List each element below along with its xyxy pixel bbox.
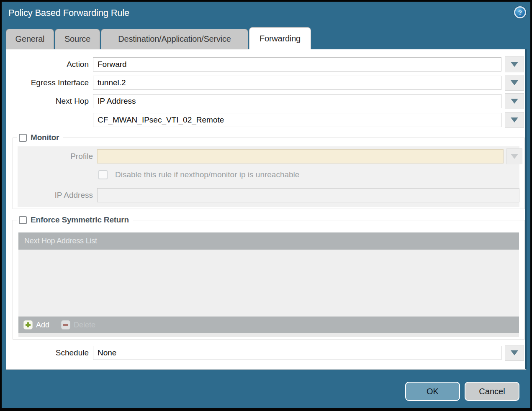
plus-icon: [23, 320, 33, 329]
monitor-ip-address-input: [97, 188, 519, 202]
monitor-legend: Monitor: [17, 132, 63, 143]
help-icon[interactable]: ?: [514, 6, 526, 18]
minus-icon: [61, 320, 70, 329]
tab-general-label: General: [15, 34, 45, 44]
egress-interface-input[interactable]: [93, 76, 501, 90]
action-dropdown-button[interactable]: [505, 56, 524, 72]
tab-forwarding-label: Forwarding: [260, 34, 301, 43]
next-hop-address-list-header: Next Hop Address List: [18, 232, 519, 250]
tab-destination-label: Destination/Application/Service: [118, 34, 231, 44]
chevron-down-icon: [511, 350, 518, 355]
profile-dropdown-button: [506, 148, 522, 164]
egress-interface-dropdown-button[interactable]: [505, 75, 524, 91]
next-hop-address-input[interactable]: [93, 113, 501, 127]
dialog-title: Policy Based Forwarding Rule: [8, 8, 129, 18]
tab-general[interactable]: General: [6, 29, 54, 49]
tab-destination-application-service[interactable]: Destination/Application/Service: [101, 29, 248, 49]
tab-source[interactable]: Source: [55, 29, 100, 49]
cancel-button[interactable]: Cancel: [465, 382, 519, 401]
action-label: Action: [6, 57, 89, 71]
chevron-down-icon: [511, 62, 518, 67]
chevron-down-icon: [511, 99, 518, 104]
next-hop-address-list-body[interactable]: [18, 250, 519, 317]
add-button-label: Add: [36, 321, 49, 329]
tab-bar: General Source Destination/Application/S…: [6, 27, 311, 49]
schedule-dropdown-button[interactable]: [505, 345, 524, 361]
profile-label: Profile: [18, 149, 93, 163]
disable-rule-checkbox: [98, 170, 108, 179]
disable-rule-label: Disable this rule if nexthop/monitor ip …: [115, 170, 299, 179]
next-hop-address-table: Next Hop Address List Add Delete: [18, 232, 519, 337]
monitor-legend-label: Monitor: [31, 133, 59, 142]
delete-button: Delete: [61, 320, 95, 329]
forwarding-tab-panel: Action Egress Interface Next Hop Monitor: [6, 49, 527, 370]
add-button[interactable]: Add: [23, 320, 49, 329]
next-hop-type-input[interactable]: [93, 94, 501, 108]
table-action-bar: Add Delete: [18, 317, 519, 333]
next-hop-address-dropdown-button[interactable]: [505, 112, 524, 128]
enforce-symmetric-return-fieldset: Enforce Symmetric Return Next Hop Addres…: [13, 220, 525, 340]
monitor-checkbox[interactable]: [19, 134, 27, 142]
help-icon-glyph: ?: [518, 9, 522, 16]
next-hop-type-dropdown-button[interactable]: [505, 93, 524, 109]
enforce-symmetric-return-label: Enforce Symmetric Return: [31, 215, 129, 225]
delete-button-label: Delete: [74, 321, 95, 329]
tab-source-label: Source: [64, 34, 90, 44]
pbf-rule-dialog: Policy Based Forwarding Rule ? General S…: [0, 0, 532, 411]
chevron-down-icon: [511, 154, 518, 159]
chevron-down-icon: [511, 117, 518, 123]
enforce-symmetric-return-legend: Enforce Symmetric Return: [17, 214, 133, 225]
monitor-ip-address-label: IP Address: [18, 188, 93, 202]
next-hop-label: Next Hop: [6, 94, 89, 108]
ok-button[interactable]: OK: [405, 382, 460, 401]
chevron-down-icon: [511, 80, 518, 85]
profile-input: [97, 149, 504, 163]
egress-interface-label: Egress Interface: [6, 76, 89, 90]
tab-forwarding[interactable]: Forwarding: [249, 27, 311, 49]
monitor-panel: Profile Disable this rule if nexthop/mon…: [18, 146, 519, 207]
enforce-symmetric-return-checkbox[interactable]: [19, 216, 27, 224]
table-bottom-strip: [18, 333, 519, 337]
monitor-fieldset: Monitor Profile Disable this rule if nex…: [13, 138, 525, 209]
action-input[interactable]: [93, 57, 501, 71]
schedule-input[interactable]: [93, 346, 501, 360]
schedule-label: Schedule: [6, 346, 89, 360]
